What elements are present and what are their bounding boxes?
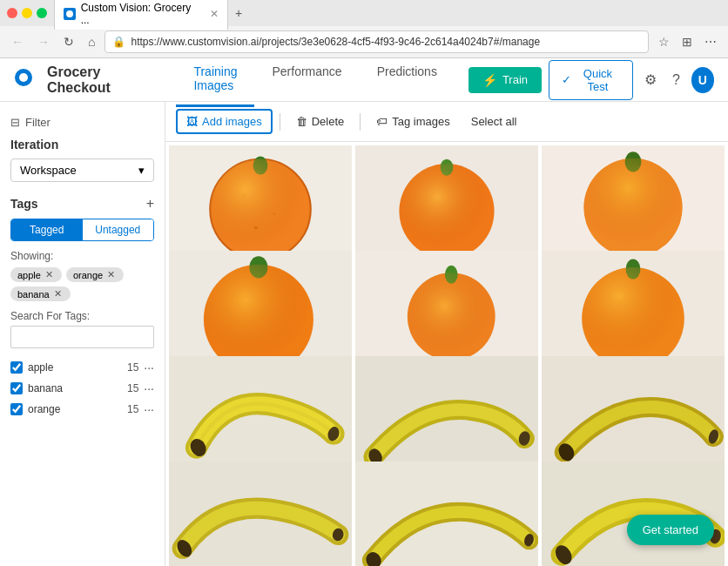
delete-icon: 🗑 xyxy=(296,115,307,128)
tag-images-button[interactable]: 🏷 Tag images xyxy=(367,111,458,132)
refresh-btn[interactable]: ↻ xyxy=(59,33,78,51)
home-btn[interactable]: ⌂ xyxy=(84,33,99,51)
tag-count-banana: 15 xyxy=(127,382,138,394)
bookmark-btn[interactable]: ☆ xyxy=(654,33,674,51)
tag-chip-banana: banana ✕ xyxy=(10,286,71,301)
tag-item-banana: banana 15 ··· xyxy=(10,378,154,399)
action-divider-2 xyxy=(360,113,361,131)
tab-performance[interactable]: Performance xyxy=(254,52,359,107)
tag-checkbox-orange[interactable] xyxy=(10,403,23,415)
app-title: Grocery Checkout xyxy=(47,64,162,96)
chip-banana-label: banana xyxy=(17,289,50,300)
address-text: https://www.customvision.ai/projects/3e3… xyxy=(131,36,641,48)
browser-menu-btn[interactable]: ⋯ xyxy=(700,33,721,51)
app-header: Grocery Checkout Training Images Perform… xyxy=(0,58,728,102)
tag-checkbox-banana[interactable] xyxy=(10,382,23,394)
add-images-label: Add images xyxy=(202,115,262,128)
tag-checkbox-apple[interactable] xyxy=(10,361,23,374)
app: Grocery Checkout Training Images Perform… xyxy=(0,58,728,566)
tag-item-orange: orange 15 ··· xyxy=(10,399,154,420)
tag-more-orange[interactable]: ··· xyxy=(144,402,154,416)
add-images-button[interactable]: 🖼 Add images xyxy=(176,109,273,134)
tag-count-orange: 15 xyxy=(127,403,138,415)
tag-chip-apple: apple ✕ xyxy=(10,267,62,282)
svg-point-2 xyxy=(19,73,28,82)
tab-close-icon[interactable]: ✕ xyxy=(210,8,219,20)
svg-point-30 xyxy=(582,267,684,370)
tag-list: apple 15 ··· banana 15 ··· orange 15 ··· xyxy=(10,357,154,420)
tag-count-apple: 15 xyxy=(127,361,138,374)
window-minimize-btn[interactable] xyxy=(22,8,32,18)
browser-titlebar: Custom Vision: Grocery ... ✕ + xyxy=(0,0,728,26)
forward-btn[interactable]: → xyxy=(33,33,54,51)
svg-point-10 xyxy=(210,159,311,260)
tag-images-label: Tag images xyxy=(392,115,449,128)
tab-title: Custom Vision: Grocery ... xyxy=(81,2,199,26)
address-bar[interactable]: 🔒 https://www.customvision.ai/projects/3… xyxy=(104,30,649,53)
get-started-button[interactable]: Get started xyxy=(627,515,714,545)
tagged-toggle-btn[interactable]: Tagged xyxy=(11,219,83,240)
tag-more-banana[interactable]: ··· xyxy=(144,381,154,395)
search-tags-label: Search For Tags: xyxy=(10,310,154,322)
train-button[interactable]: ⚡ Train xyxy=(468,67,542,93)
svg-point-26 xyxy=(408,273,495,360)
select-all-button[interactable]: Select all xyxy=(462,111,526,132)
svg-point-18 xyxy=(583,158,682,257)
browser-chrome: Custom Vision: Grocery ... ✕ + ← → ↻ ⌂ 🔒… xyxy=(0,0,728,58)
window-maximize-btn[interactable] xyxy=(37,8,47,18)
lock-icon: 🔒 xyxy=(112,36,125,48)
chip-orange-label: orange xyxy=(73,270,103,280)
train-label: Train xyxy=(502,73,528,86)
iteration-value: Workspace xyxy=(20,164,77,177)
window-close-btn[interactable] xyxy=(7,8,17,18)
svg-point-14 xyxy=(399,164,494,259)
tags-header: Tags + xyxy=(10,196,154,212)
chevron-down-icon: ▾ xyxy=(138,164,145,177)
tag-chips: apple ✕ orange ✕ banana ✕ xyxy=(10,267,154,301)
action-divider-1 xyxy=(280,113,280,131)
sidebar: ⊟ Filter Iteration Workspace ▾ Tags + Ta… xyxy=(0,102,165,566)
app-logo xyxy=(14,68,33,91)
browser-toolbar-icons: ☆ ⊞ ⋯ xyxy=(654,33,721,51)
chip-banana-remove[interactable]: ✕ xyxy=(52,288,64,300)
nav-tabs: Training Images Performance Predictions xyxy=(176,52,454,107)
main-content: 🖼 Add images 🗑 Delete 🏷 Tag images Selec… xyxy=(165,102,728,566)
help-button[interactable]: ? xyxy=(668,68,684,92)
train-icon: ⚡ xyxy=(482,73,497,87)
iteration-select[interactable]: Workspace ▾ xyxy=(10,158,154,182)
image-cell[interactable] xyxy=(169,462,352,566)
delete-label: Delete xyxy=(312,115,345,128)
chip-orange-remove[interactable]: ✕ xyxy=(105,269,117,280)
tag-name-orange: orange xyxy=(28,403,122,415)
delete-button[interactable]: 🗑 Delete xyxy=(287,111,354,132)
svg-point-0 xyxy=(66,10,73,17)
tag-name-apple: apple xyxy=(28,361,122,374)
add-tag-button[interactable]: + xyxy=(146,196,154,212)
content-area: ⊟ Filter Iteration Workspace ▾ Tags + Ta… xyxy=(0,102,728,566)
tag-icon: 🏷 xyxy=(376,115,388,128)
back-btn[interactable]: ← xyxy=(7,33,28,51)
user-avatar[interactable]: U xyxy=(691,67,714,93)
extensions-btn[interactable]: ⊞ xyxy=(677,33,697,51)
tab-predictions[interactable]: Predictions xyxy=(360,52,455,107)
new-tab-btn[interactable]: + xyxy=(235,6,242,20)
search-tags-input[interactable] xyxy=(10,326,154,348)
action-bar: 🖼 Add images 🗑 Delete 🏷 Tag images Selec… xyxy=(165,102,728,142)
settings-button[interactable]: ⚙ xyxy=(640,67,661,92)
quick-test-button[interactable]: ✓ Quick Test xyxy=(549,60,633,100)
image-cell[interactable] xyxy=(355,462,538,566)
filter-label: Filter xyxy=(25,116,51,129)
image-cell[interactable] xyxy=(542,462,725,566)
chip-apple-label: apple xyxy=(17,270,41,280)
tag-item-apple: apple 15 ··· xyxy=(10,357,154,378)
showing-label: Showing: xyxy=(10,250,154,262)
chip-apple-remove[interactable]: ✕ xyxy=(44,269,55,280)
untagged-toggle-btn[interactable]: Untagged xyxy=(83,219,154,240)
image-grid xyxy=(165,142,728,566)
iteration-title: Iteration xyxy=(10,138,154,152)
tag-more-apple[interactable]: ··· xyxy=(144,360,154,374)
add-images-icon: 🖼 xyxy=(186,115,198,128)
filter-row[interactable]: ⊟ Filter xyxy=(10,112,154,138)
browser-tab[interactable]: Custom Vision: Grocery ... ✕ xyxy=(54,0,228,30)
tab-training-images[interactable]: Training Images xyxy=(176,52,254,107)
